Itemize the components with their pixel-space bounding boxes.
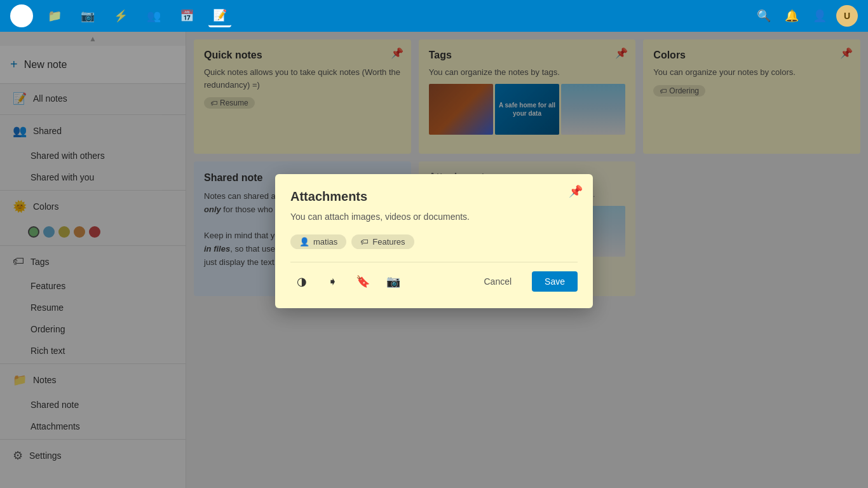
- nav-files[interactable]: 📁: [43, 4, 66, 27]
- modal-tag-user-label: matias: [313, 237, 337, 247]
- tag-icon-modal: 🏷: [360, 237, 369, 247]
- nav-calendar[interactable]: 📅: [175, 4, 198, 27]
- user-icon-modal: 👤: [299, 237, 309, 247]
- modal-color-button[interactable]: ◑: [290, 270, 313, 293]
- svg-point-1: [20, 14, 24, 18]
- nav-activity[interactable]: ⚡: [109, 4, 132, 27]
- modal-overlay[interactable]: 📌 Attachments You can attach images, vid…: [0, 32, 868, 488]
- modal-image-button[interactable]: 📷: [382, 270, 405, 293]
- svg-point-2: [24, 14, 29, 18]
- modal-tag-features[interactable]: 🏷 Features: [351, 234, 414, 249]
- attachments-modal: 📌 Attachments You can attach images, vid…: [275, 174, 593, 308]
- svg-point-0: [15, 14, 20, 18]
- modal-pin-icon[interactable]: 📌: [569, 184, 583, 198]
- modal-cancel-button[interactable]: Cancel: [471, 271, 524, 292]
- topnav: 📁 📷 ⚡ 👥 📅 📝 🔍 🔔 👤 U: [0, 0, 868, 32]
- user-avatar[interactable]: U: [836, 5, 858, 27]
- modal-save-button[interactable]: Save: [532, 271, 578, 292]
- modal-title: Attachments: [290, 189, 578, 204]
- modal-tag-features-label: Features: [372, 237, 405, 247]
- bell-icon[interactable]: 🔔: [780, 4, 803, 27]
- modal-share-button[interactable]: ➧: [321, 270, 344, 293]
- modal-tags: 👤 matias 🏷 Features: [290, 234, 578, 249]
- nextcloud-logo[interactable]: [10, 4, 33, 27]
- modal-tag-button[interactable]: 🔖: [351, 270, 374, 293]
- search-icon[interactable]: 🔍: [752, 4, 775, 27]
- person-icon[interactable]: 👤: [808, 4, 831, 27]
- nav-photos[interactable]: 📷: [76, 4, 99, 27]
- modal-description: You can attach images, videos or documen…: [290, 212, 578, 222]
- nav-contacts[interactable]: 👥: [142, 4, 165, 27]
- modal-tag-user[interactable]: 👤 matias: [290, 234, 346, 249]
- modal-toolbar: ◑ ➧ 🔖 📷 Cancel Save: [290, 262, 578, 293]
- nav-notes[interactable]: 📝: [208, 4, 231, 27]
- topnav-right: 🔍 🔔 👤 U: [752, 4, 858, 27]
